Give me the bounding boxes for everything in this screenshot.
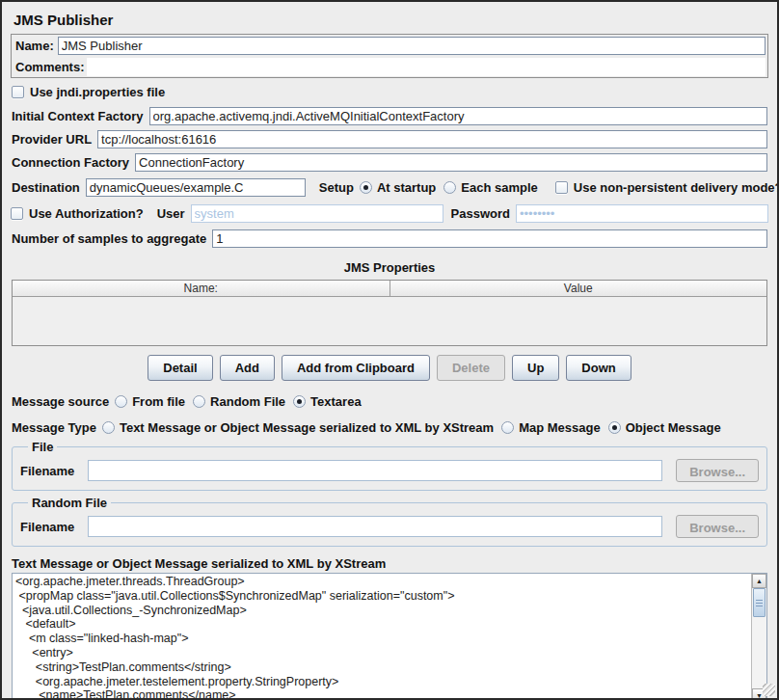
message-source-textarea-radio[interactable] xyxy=(293,395,306,408)
delete-button[interactable]: Delete xyxy=(437,355,505,381)
message-source-random-file-label: Random File xyxy=(210,394,285,409)
file-filename-label: Filename xyxy=(20,464,74,478)
use-authorization-checkbox[interactable] xyxy=(11,207,23,220)
scrollbar-thumb[interactable] xyxy=(753,588,766,617)
vertical-scrollbar: ▲ ▼ xyxy=(751,574,766,700)
add-from-clipboard-button[interactable]: Add from Clipboard xyxy=(282,355,430,381)
setup-each-sample-label: Each sample xyxy=(461,180,538,195)
initial-context-factory-input[interactable] xyxy=(149,107,767,125)
resize-grip-icon[interactable] xyxy=(763,684,775,696)
random-file-filename-label: Filename xyxy=(20,520,74,534)
file-filename-input[interactable] xyxy=(88,460,662,481)
jms-properties-title: JMS Properties xyxy=(2,260,777,275)
file-group: File Filename Browse... xyxy=(12,446,767,491)
connection-factory-input[interactable] xyxy=(135,153,767,172)
message-source-label: Message source xyxy=(12,394,109,409)
detail-button[interactable]: Detail xyxy=(148,355,212,381)
table-button-bar: Detail Add Add from Clipboard Delete Up … xyxy=(2,355,777,381)
random-file-browse-button[interactable]: Browse... xyxy=(676,515,759,538)
xml-message-textarea: <org.apache.jmeter.threads.ThreadGroup> … xyxy=(12,573,767,700)
aggregate-input[interactable] xyxy=(212,229,767,248)
provider-url-label: Provider URL xyxy=(12,132,92,147)
message-type-label: Message Type xyxy=(12,420,96,435)
comments-row: Comments: xyxy=(12,56,767,77)
name-label: Name: xyxy=(15,39,54,53)
column-header-name: Name: xyxy=(13,281,390,296)
add-button[interactable]: Add xyxy=(220,355,275,381)
comments-label: Comments: xyxy=(15,60,85,74)
file-browse-button[interactable]: Browse... xyxy=(676,459,759,482)
xml-message-content[interactable]: <org.apache.jmeter.threads.ThreadGroup> … xyxy=(13,574,751,700)
jms-properties-table-body[interactable] xyxy=(13,297,766,345)
setup-each-sample-radio[interactable] xyxy=(443,181,456,194)
column-header-value: Value xyxy=(390,281,767,296)
scroll-up-icon[interactable]: ▲ xyxy=(752,574,766,588)
destination-label: Destination xyxy=(12,180,80,195)
random-file-filename-input[interactable] xyxy=(88,516,662,537)
setup-at-startup-radio[interactable] xyxy=(360,181,372,194)
file-group-title: File xyxy=(28,440,57,454)
page-title: JMS Publisher xyxy=(13,12,766,28)
initial-context-factory-label: Initial Context Factory xyxy=(12,109,144,123)
message-type-object-message-radio[interactable] xyxy=(608,421,621,434)
password-label: Password xyxy=(451,206,510,221)
message-type-text-xstream-radio[interactable] xyxy=(102,421,115,434)
non-persistent-label: Use non-persistent delivery mode? xyxy=(574,180,779,195)
message-source-from-file-label: From file xyxy=(132,394,185,409)
non-persistent-checkbox[interactable] xyxy=(555,181,568,194)
connection-factory-label: Connection Factory xyxy=(12,155,129,170)
jms-publisher-panel: JMS Publisher Name: Comments: Use jndi.p… xyxy=(0,0,779,700)
setup-at-startup-label: At startup xyxy=(377,180,436,195)
jndi-properties-checkbox[interactable] xyxy=(12,86,24,98)
message-type-object-message-label: Object Message xyxy=(626,420,721,435)
provider-url-input[interactable] xyxy=(97,130,767,148)
aggregate-label: Number of samples to aggregate xyxy=(12,231,206,246)
scrollbar-track[interactable] xyxy=(752,617,766,688)
destination-input[interactable] xyxy=(86,178,306,197)
use-authorization-label: Use Authorization? xyxy=(29,206,144,221)
down-button[interactable]: Down xyxy=(566,355,631,381)
name-row: Name: xyxy=(12,35,767,56)
message-source-textarea-label: Textarea xyxy=(310,394,362,409)
password-input[interactable] xyxy=(516,204,768,223)
message-type-map-message-radio[interactable] xyxy=(501,421,514,434)
setup-label: Setup xyxy=(319,180,354,195)
message-source-random-file-radio[interactable] xyxy=(193,395,205,408)
user-input[interactable] xyxy=(191,204,443,223)
jndi-properties-label: Use jndi.properties file xyxy=(30,85,165,99)
jms-properties-table: Name: Value xyxy=(12,280,767,346)
name-input[interactable] xyxy=(58,37,766,55)
random-file-group: Random File Filename Browse... xyxy=(12,502,767,547)
message-source-from-file-radio[interactable] xyxy=(115,395,127,408)
name-comments-box: Name: Comments: xyxy=(11,34,768,78)
user-label: User xyxy=(157,206,185,221)
xml-message-label: Text Message or Object Message serialize… xyxy=(12,556,767,571)
message-type-map-message-label: Map Message xyxy=(519,420,601,435)
random-file-group-title: Random File xyxy=(28,496,111,510)
message-type-text-xstream-label: Text Message or Object Message serialize… xyxy=(120,420,494,435)
up-button[interactable]: Up xyxy=(512,355,559,381)
comments-input[interactable] xyxy=(87,58,766,76)
jms-properties-table-header: Name: Value xyxy=(13,281,766,297)
